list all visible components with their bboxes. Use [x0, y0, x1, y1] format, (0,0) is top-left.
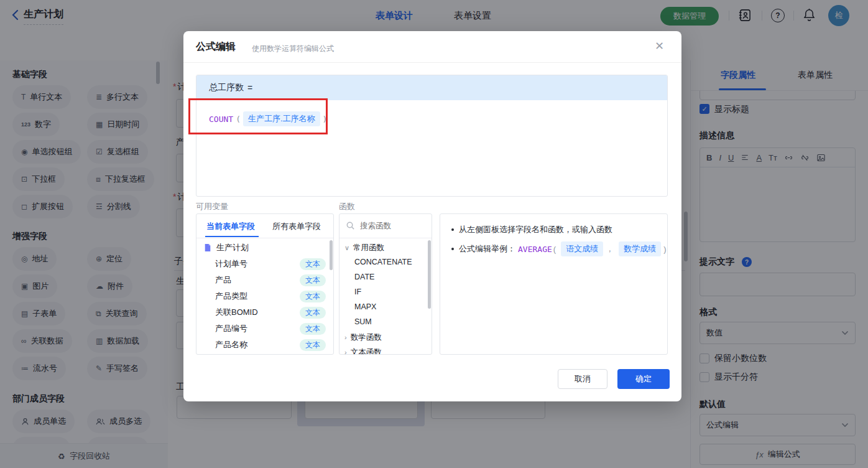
variable-row[interactable]: 产品编号文本	[196, 321, 333, 337]
active-tab-underline	[205, 236, 259, 237]
close-icon[interactable]: ✕	[655, 39, 664, 53]
function-item[interactable]: CONCATENATE	[354, 258, 412, 266]
variables-panel: 当前表单字段 所有表单字段 生产计划 计划单号文本 产品文本 产品类型文本 关联…	[196, 213, 334, 355]
annotation-highlight-box	[188, 98, 328, 134]
variables-tree: 生产计划 计划单号文本 产品文本 产品类型文本 关联BOMID文本 产品编号文本…	[196, 238, 333, 355]
formula-editor-modal: 公式编辑 使用数学运算符编辑公式 ✕ 总工序数 = COUNT ( 生产工序.工…	[183, 31, 681, 401]
function-item[interactable]: IF	[354, 288, 361, 296]
variable-row[interactable]: 计划单号文本	[196, 256, 333, 272]
bullet	[451, 248, 454, 250]
tree-root-form[interactable]: 生产计划	[196, 240, 333, 256]
type-badge: 文本	[300, 339, 326, 351]
formula-target-bar: 总工序数 =	[196, 75, 667, 100]
modal-subtitle: 使用数学运算符编辑公式	[252, 44, 334, 54]
type-badge: 文本	[300, 323, 326, 335]
formula-help-panel: 从左侧面板选择字段名和函数，或输入函数 公式编辑举例： AVERAGE ( 语文…	[440, 213, 668, 355]
variable-row[interactable]: 关联BOMID文本	[196, 304, 333, 321]
example-function: AVERAGE	[518, 245, 552, 254]
document-icon	[204, 243, 211, 252]
equals-sign: =	[247, 83, 252, 93]
modal-title: 公式编辑	[196, 40, 236, 54]
variable-row[interactable]: 产品文本	[196, 272, 333, 288]
formula-editor: 总工序数 = COUNT ( 生产工序.工序名称 )	[196, 75, 668, 197]
variables-scrollbar[interactable]	[330, 240, 333, 270]
example-chip: 数学成绩	[619, 241, 661, 256]
result-field-name: 总工序数	[209, 82, 244, 93]
function-search	[339, 214, 432, 238]
variable-row[interactable]: 文本	[196, 353, 333, 355]
function-item[interactable]: SUM	[354, 317, 372, 326]
variable-row[interactable]: 产品名称文本	[196, 337, 333, 353]
tab-all-form-fields[interactable]: 所有表单字段	[272, 221, 321, 232]
type-badge: 文本	[300, 307, 326, 319]
cancel-button[interactable]: 取消	[558, 369, 607, 389]
function-search-input[interactable]	[359, 219, 428, 233]
bullet	[451, 228, 454, 231]
functions-panel: ∨常用函数 CONCATENATE DATE IF MAPX SUM ›数学函数…	[339, 213, 432, 355]
function-group-math[interactable]: ›数学函数	[344, 332, 382, 343]
chevron-open-icon: ∨	[344, 244, 349, 251]
variable-row[interactable]: 产品类型文本	[196, 288, 333, 304]
confirm-button[interactable]: 确定	[617, 369, 670, 389]
example-chip: 语文成绩	[561, 241, 603, 256]
variables-label: 可用变量	[196, 201, 228, 212]
search-icon	[346, 221, 355, 230]
type-badge: 文本	[300, 291, 326, 302]
tab-current-form-fields[interactable]: 当前表单字段	[206, 221, 255, 232]
help-tip-1: 从左侧面板选择字段名和函数，或输入函数	[451, 224, 612, 235]
functions-scrollbar[interactable]	[428, 240, 431, 309]
function-group-common[interactable]: ∨常用函数	[344, 243, 384, 253]
functions-label: 函数	[339, 201, 355, 212]
function-item[interactable]: DATE	[354, 273, 374, 281]
type-badge: 文本	[300, 274, 326, 286]
help-tip-2: 公式编辑举例： AVERAGE ( 语文成绩 ， 数学成绩 )	[451, 241, 666, 256]
type-badge: 文本	[300, 258, 326, 270]
divider	[183, 62, 681, 63]
function-group-text[interactable]: ›文本函数	[344, 347, 382, 355]
variables-tabs: 当前表单字段 所有表单字段	[196, 214, 333, 238]
chevron-closed-icon: ›	[344, 334, 347, 341]
function-item[interactable]: MAPX	[354, 302, 376, 311]
chevron-closed-icon: ›	[344, 349, 347, 355]
app: 生产计划 表单设计 表单设置 数据管理 ? 检 ⊘ 表单外链 ⊠ 后端脚本	[0, 0, 868, 468]
